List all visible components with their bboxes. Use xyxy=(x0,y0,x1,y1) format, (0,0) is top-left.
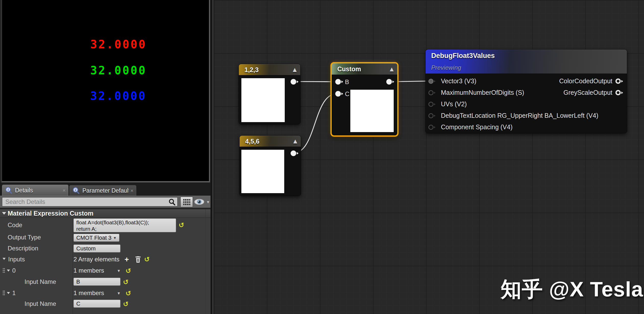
element0-drag-handle[interactable] xyxy=(3,268,5,273)
element1-drag-handle[interactable] xyxy=(3,290,5,296)
pin-circle xyxy=(291,79,296,85)
tab-details-close-icon[interactable]: × xyxy=(63,188,66,193)
pin-circle xyxy=(428,102,434,107)
pin-tip xyxy=(621,80,624,83)
debug-value-red: 32.0000 xyxy=(90,38,146,51)
details-tabbar: i Details × i Parameter Defaults × xyxy=(0,182,210,196)
tab-parameter-defaults-close-icon[interactable]: × xyxy=(130,188,133,193)
debug-input-pin-uvs[interactable] xyxy=(428,102,437,107)
svg-text:i: i xyxy=(8,188,9,192)
collapse-icon[interactable]: ▲ xyxy=(390,66,394,72)
display-filter-dropdown[interactable]: ▼ xyxy=(194,198,210,205)
debug-input-row-uvs[interactable]: UVs (V2) xyxy=(426,98,546,110)
pin-circle xyxy=(335,79,341,85)
debug-input-pin-spacing[interactable] xyxy=(428,125,437,130)
label-value-divider[interactable] xyxy=(72,218,73,314)
debug-input-row-textlocation[interactable]: DebugTextLocation RG_UpperRight BA_Lower… xyxy=(426,110,607,121)
tab-parameter-defaults[interactable]: i Parameter Defaults × xyxy=(69,185,136,196)
code-field[interactable]: float A=dot(float3(B),float3(C)); return… xyxy=(73,218,176,232)
node-123-preview xyxy=(241,78,285,122)
custom-output-pin[interactable] xyxy=(386,79,395,85)
custom-pin-b-label: B xyxy=(345,78,349,86)
inputs-reset-icon[interactable]: ↺ xyxy=(144,256,150,263)
node-custom-preview xyxy=(350,90,394,132)
description-field[interactable]: Custom xyxy=(73,245,120,252)
input-name0-field[interactable]: B xyxy=(73,278,120,286)
element0-expand-icon[interactable] xyxy=(7,270,10,272)
code-reset-icon[interactable]: ↺ xyxy=(179,222,184,228)
pin-circle xyxy=(428,90,434,95)
element1-dropdown-icon[interactable]: ▼ xyxy=(117,291,121,295)
add-element-icon[interactable]: + xyxy=(125,255,129,263)
debug-input-row-vector3[interactable]: Vector3 (V3) xyxy=(426,75,546,87)
debug-input-row-maxdigits[interactable]: MaximumNumberOfDigits (S) xyxy=(426,87,546,98)
node-456-header[interactable]: 4,5,6 xyxy=(240,136,301,147)
debug-input-pin-textlocation[interactable] xyxy=(428,113,437,118)
scrollbar-track[interactable] xyxy=(205,209,206,314)
material-graph-canvas[interactable]: 1,2,3 ▲ 4,5,6 ▲ Custom ▲ xyxy=(214,0,644,314)
chevron-down-icon: ▼ xyxy=(206,200,210,204)
node-custom-selected[interactable]: Custom ▲ B C xyxy=(330,62,399,137)
input-name1-field[interactable]: C xyxy=(73,300,120,308)
input-name0-reset-icon[interactable]: ↺ xyxy=(123,279,129,285)
node-constant-123[interactable]: 1,2,3 ▲ xyxy=(239,64,301,124)
section-expand-icon[interactable] xyxy=(2,212,6,215)
property-matrix-button[interactable] xyxy=(180,197,193,207)
parameter-defaults-tab-icon: i xyxy=(72,187,80,194)
inputs-label: Inputs xyxy=(8,253,25,265)
input-name0-label: Input Name xyxy=(24,276,56,287)
node-456-output-pin[interactable] xyxy=(291,150,300,156)
pin-circle xyxy=(335,91,341,97)
section-material-expression-custom[interactable]: Material Expression Custom xyxy=(0,209,210,218)
pin-tip xyxy=(434,115,437,117)
debug-output-row-colorcoded[interactable]: ColorCodedOutput xyxy=(559,75,624,87)
collapse-icon[interactable]: ▲ xyxy=(293,138,297,144)
node-custom-header[interactable]: Custom xyxy=(332,63,397,75)
output-type-dropdown[interactable]: CMOT Float 3 ▼ xyxy=(73,234,119,242)
code-line-1: float A=dot(float3(B),float3(C)); xyxy=(76,219,173,226)
node-constant-456[interactable]: 4,5,6 ▲ xyxy=(239,135,301,196)
left-panel: 32.0000 32.0000 32.0000 i Details × i xyxy=(0,0,210,314)
pin-tip xyxy=(341,92,344,95)
debug-value-blue: 32.0000 xyxy=(90,89,146,102)
tab-parameter-defaults-label: Parameter Defaults xyxy=(82,187,129,194)
pin-tip xyxy=(621,91,624,94)
svg-text:i: i xyxy=(75,188,76,192)
inputs-count: 2 Array elements xyxy=(73,253,119,265)
input-name1-reset-icon[interactable]: ↺ xyxy=(123,301,129,307)
pin-tip xyxy=(434,92,437,94)
debug-input-label: Vector3 (V3) xyxy=(441,77,476,85)
pin-tip xyxy=(434,126,437,128)
debug-input-pin-vector3[interactable] xyxy=(428,79,437,84)
element0-dropdown-icon[interactable]: ▼ xyxy=(117,269,121,273)
node-debugfloat3values[interactable]: DebugFloat3Values Previewing Vector3 (V3… xyxy=(425,49,627,133)
delete-elements-icon[interactable] xyxy=(135,256,141,263)
debug-input-row-spacing[interactable]: Component Spacing (V4) xyxy=(426,121,546,133)
pin-tip xyxy=(434,103,437,105)
preview-viewport[interactable]: 32.0000 32.0000 32.0000 xyxy=(1,0,210,182)
custom-input-pin-c[interactable] xyxy=(335,91,344,97)
node-123-output-pin[interactable] xyxy=(291,79,300,85)
pin-tip xyxy=(297,152,300,155)
debug-input-pin-maxdigits[interactable] xyxy=(428,90,437,95)
pin-circle xyxy=(428,113,434,118)
element0-reset-icon[interactable]: ↺ xyxy=(126,268,131,274)
debug-output-row-greyscale[interactable]: GreyScaleOutput xyxy=(563,87,624,98)
pin-circle xyxy=(428,79,434,84)
debug-output-label: GreyScaleOutput xyxy=(563,89,612,96)
panel-divider[interactable] xyxy=(210,0,214,314)
element1-reset-icon[interactable]: ↺ xyxy=(126,290,131,297)
tab-details[interactable]: i Details × xyxy=(2,185,68,196)
debug-output-pin-colorcoded[interactable] xyxy=(615,78,624,84)
custom-input-pin-b[interactable] xyxy=(335,79,344,85)
node-123-header[interactable]: 1,2,3 xyxy=(239,64,300,75)
inputs-expand-icon[interactable] xyxy=(3,258,6,260)
debug-output-pin-greyscale[interactable] xyxy=(615,90,624,95)
element0-members: 1 members xyxy=(73,265,104,276)
debug-input-label: UVs (V2) xyxy=(441,100,467,108)
code-label: Code xyxy=(8,218,22,232)
debug-value-green: 32.0000 xyxy=(90,64,146,77)
search-details-input[interactable] xyxy=(2,197,178,206)
element1-expand-icon[interactable] xyxy=(7,292,10,294)
collapse-icon[interactable]: ▲ xyxy=(293,67,297,72)
